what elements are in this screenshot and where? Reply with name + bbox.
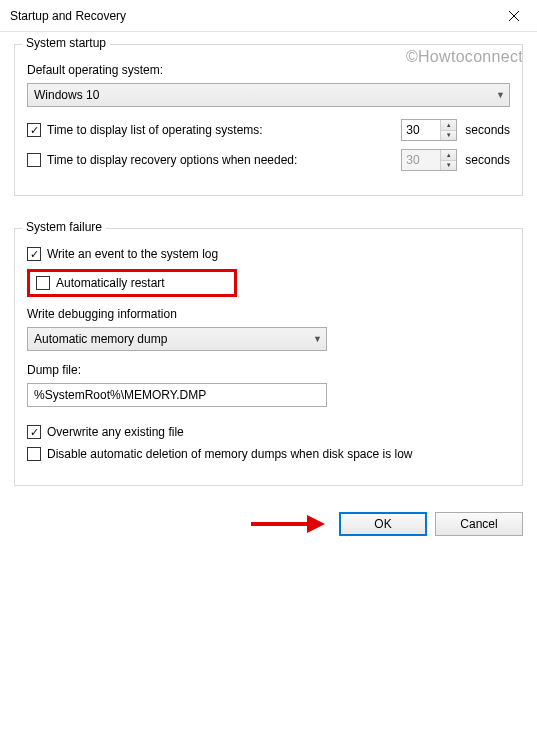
window-title: Startup and Recovery xyxy=(10,9,126,23)
time-display-list-checkbox[interactable] xyxy=(27,123,41,137)
close-icon xyxy=(509,11,519,21)
time-display-list-spinner[interactable]: ▲ ▼ xyxy=(401,119,457,141)
default-os-value: Windows 10 xyxy=(34,88,99,102)
chevron-down-icon: ▼ xyxy=(313,334,322,344)
arrow-annotation xyxy=(251,515,325,533)
write-event-row: Write an event to the system log xyxy=(27,247,510,261)
cancel-button[interactable]: Cancel xyxy=(435,512,523,536)
dump-file-label: Dump file: xyxy=(27,363,510,377)
close-button[interactable] xyxy=(491,0,537,32)
time-display-list-unit: seconds xyxy=(465,123,510,137)
system-failure-legend: System failure xyxy=(22,220,106,234)
overwrite-row: Overwrite any existing file xyxy=(27,425,510,439)
time-recovery-value xyxy=(402,150,440,170)
disable-delete-row: Disable automatic deletion of memory dum… xyxy=(27,447,510,461)
time-display-list-row: Time to display list of operating system… xyxy=(27,119,510,141)
time-recovery-unit: seconds xyxy=(465,153,510,167)
write-debugging-dropdown[interactable]: Automatic memory dump ▼ xyxy=(27,327,327,351)
spinner-up-icon[interactable]: ▲ xyxy=(441,120,456,131)
dialog-buttons: OK Cancel xyxy=(0,502,537,536)
default-os-dropdown[interactable]: Windows 10 ▼ xyxy=(27,83,510,107)
spinner-down-icon: ▼ xyxy=(441,161,456,171)
spinner-up-icon: ▲ xyxy=(441,150,456,161)
system-startup-legend: System startup xyxy=(22,36,110,50)
auto-restart-label: Automatically restart xyxy=(56,276,165,290)
time-recovery-spinner: ▲ ▼ xyxy=(401,149,457,171)
arrow-head-icon xyxy=(307,515,325,533)
disable-delete-label: Disable automatic deletion of memory dum… xyxy=(47,447,413,461)
write-debugging-value: Automatic memory dump xyxy=(34,332,167,346)
time-recovery-label: Time to display recovery options when ne… xyxy=(47,153,297,167)
time-display-list-label: Time to display list of operating system… xyxy=(47,123,263,137)
time-recovery-row: Time to display recovery options when ne… xyxy=(27,149,510,171)
dump-file-input[interactable] xyxy=(27,383,327,407)
titlebar: Startup and Recovery xyxy=(0,0,537,32)
auto-restart-checkbox[interactable] xyxy=(36,276,50,290)
write-event-checkbox[interactable] xyxy=(27,247,41,261)
overwrite-checkbox[interactable] xyxy=(27,425,41,439)
dialog-content: System startup Default operating system:… xyxy=(0,32,537,486)
arrow-line-icon xyxy=(251,522,307,526)
time-recovery-checkbox[interactable] xyxy=(27,153,41,167)
system-startup-group: System startup Default operating system:… xyxy=(14,44,523,196)
chevron-down-icon: ▼ xyxy=(496,90,505,100)
write-event-label: Write an event to the system log xyxy=(47,247,218,261)
disable-delete-checkbox[interactable] xyxy=(27,447,41,461)
spinner-down-icon[interactable]: ▼ xyxy=(441,131,456,141)
default-os-label: Default operating system: xyxy=(27,63,510,77)
ok-button[interactable]: OK xyxy=(339,512,427,536)
system-failure-group: System failure Write an event to the sys… xyxy=(14,228,523,486)
auto-restart-highlight: Automatically restart xyxy=(27,269,237,297)
overwrite-label: Overwrite any existing file xyxy=(47,425,184,439)
write-debugging-label: Write debugging information xyxy=(27,307,510,321)
time-display-list-value[interactable] xyxy=(402,120,440,140)
